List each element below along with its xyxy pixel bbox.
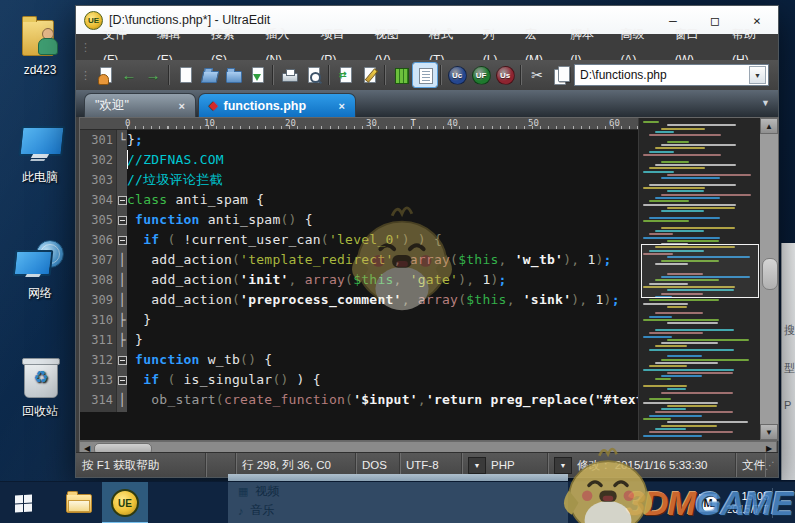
line-numbers-button[interactable] (413, 63, 437, 87)
fold-marker-icon[interactable] (117, 190, 127, 210)
code-line[interactable]: if ( is_singular() ) { (127, 370, 638, 390)
fold-marker-icon[interactable] (117, 230, 127, 250)
minimap-line (649, 217, 720, 219)
save-button[interactable] (245, 63, 269, 87)
minimap[interactable] (638, 118, 761, 440)
code-token: '$input' (353, 392, 418, 407)
back-icon: ← (119, 65, 139, 85)
minimap-line (649, 415, 702, 417)
cut-button[interactable]: ✂ (525, 63, 549, 87)
forward-icon: → (143, 65, 163, 85)
code-token (127, 232, 143, 247)
tab-close-icon[interactable]: × (331, 100, 345, 112)
modified-dropdown-icon[interactable]: ▼ (554, 457, 572, 474)
scroll-down-icon[interactable]: ▼ (760, 424, 778, 440)
code-line[interactable]: } (127, 310, 638, 330)
code-token: ), (563, 252, 587, 267)
reformat-button[interactable]: ⇄ (333, 63, 357, 87)
code-token: ) ) { (402, 232, 442, 247)
tab-close-icon[interactable]: × (171, 100, 185, 112)
code-folding-margin[interactable]: └│││├├│ (116, 130, 127, 412)
minimap-line (643, 121, 659, 123)
ftp-open-button[interactable] (93, 63, 117, 87)
taskbar-ultraedit-button[interactable]: UE (102, 482, 148, 523)
code-line[interactable]: add_action('init', array($this, 'gate'),… (127, 270, 638, 290)
code-token: $this (458, 252, 498, 267)
toolbar: ←→⇄UcUFUs✂ ⇕≡ D:\functions.php ▼ (76, 60, 778, 91)
file-path-combobox[interactable]: D:\functions.php ▼ (574, 64, 769, 86)
code-line[interactable]: add_action('preprocess_comment', array($… (127, 290, 638, 310)
background-window-text: P (784, 399, 791, 411)
syntax-dropdown-icon[interactable]: ▼ (468, 457, 486, 474)
tab-list-dropdown-icon[interactable]: ▼ (761, 98, 770, 108)
taskbar-file-explorer-button[interactable] (56, 482, 102, 523)
code-token: array (410, 252, 450, 267)
minimap-viewport[interactable] (641, 244, 759, 298)
code-line[interactable]: class anti_spam { (127, 190, 638, 210)
combobox-dropdown-icon[interactable]: ▼ (749, 66, 766, 84)
scroll-up-icon[interactable]: ▲ (760, 118, 778, 134)
fold-marker-icon[interactable] (117, 210, 127, 230)
desktop-icon-this-pc[interactable]: 此电脑 (6, 122, 74, 186)
code-token: ; (604, 252, 612, 267)
copy-icon (551, 65, 571, 85)
start-button[interactable] (0, 482, 46, 523)
ultrasentry-button[interactable]: Us (493, 63, 517, 87)
ultracompare-button[interactable]: Uc (445, 63, 469, 87)
code-token: } (127, 312, 151, 327)
close-file-button[interactable] (221, 63, 245, 87)
code-editor[interactable]: 010203040506070T 30130230330430530630730… (79, 117, 779, 441)
print-preview-button[interactable] (301, 63, 325, 87)
minimap-line (649, 200, 689, 202)
code-line[interactable]: //ZDFNAS.COM (127, 150, 638, 170)
minimap-line (661, 161, 689, 163)
code-token: , (394, 272, 410, 287)
desktop-icon-network[interactable]: 网络 (6, 238, 74, 302)
minimap-line (667, 174, 751, 176)
code-line[interactable]: ob_start(create_function('$input','retur… (127, 390, 638, 410)
minimap-line (655, 378, 671, 380)
status-modified-time: 修改： 2015/1/16 5:33:30 (577, 458, 707, 473)
text-caret (127, 150, 128, 169)
code-line[interactable]: add_action('template_redirect', array($t… (127, 250, 638, 270)
code-token: ), (458, 272, 482, 287)
code-line[interactable]: if ( !current_user_can('level_0') ) { (127, 230, 638, 250)
tab-welcome[interactable]: "欢迎"× (84, 93, 196, 117)
ultrafinder-icon: UF (472, 66, 491, 85)
line-number: 307 (80, 250, 116, 270)
back-button[interactable]: ← (117, 63, 141, 87)
column-mode-button[interactable] (389, 63, 413, 87)
vertical-scrollbar-thumb[interactable] (762, 258, 778, 290)
this-pc-icon (6, 122, 74, 166)
fold-marker-icon[interactable] (117, 370, 127, 390)
minimap-line (661, 177, 720, 179)
desktop-icon-recycle-bin[interactable]: ♻回收站 (6, 356, 74, 420)
new-file-button[interactable] (173, 63, 197, 87)
desktop-icon-user-folder[interactable]: zd423 (6, 16, 74, 77)
code-line[interactable]: } (127, 330, 638, 350)
status-modified-combo: ▼ 修改： 2015/1/16 5:33:30 (548, 453, 736, 477)
line-number-gutter: 3013023033043053063073083093103113123133… (80, 130, 116, 412)
code-token: array (418, 292, 458, 307)
code-line[interactable]: function anti_spam() { (127, 210, 638, 230)
open-file-button[interactable] (197, 63, 221, 87)
code-token: 'preprocess_comment' (240, 292, 402, 307)
copy-button[interactable] (549, 63, 573, 87)
forward-button[interactable]: → (141, 63, 165, 87)
ultracompare-icon: Uc (448, 66, 467, 85)
print-button[interactable] (277, 63, 301, 87)
background-window-sliver: 搜型P (781, 243, 795, 480)
code-line[interactable]: //垃圾评论拦截 (127, 170, 638, 190)
code-line[interactable]: }; (127, 130, 638, 150)
fold-marker-icon[interactable] (117, 350, 127, 370)
code-text-area[interactable]: };//ZDFNAS.COM//垃圾评论拦截class anti_spam { … (127, 130, 638, 438)
tab-functions-php[interactable]: ◆functions.php× (198, 93, 356, 117)
ultrafinder-button[interactable]: UF (469, 63, 493, 87)
spell-check-button[interactable] (357, 63, 381, 87)
resize-grip[interactable]: ⋰ (765, 460, 776, 471)
vertical-scrollbar[interactable]: ▲ ▼ (760, 118, 778, 440)
code-line[interactable]: function w_tb() { (127, 350, 638, 370)
minimap-line (661, 359, 749, 361)
code-token: ( (167, 232, 183, 247)
ftp-open-icon (95, 65, 115, 85)
